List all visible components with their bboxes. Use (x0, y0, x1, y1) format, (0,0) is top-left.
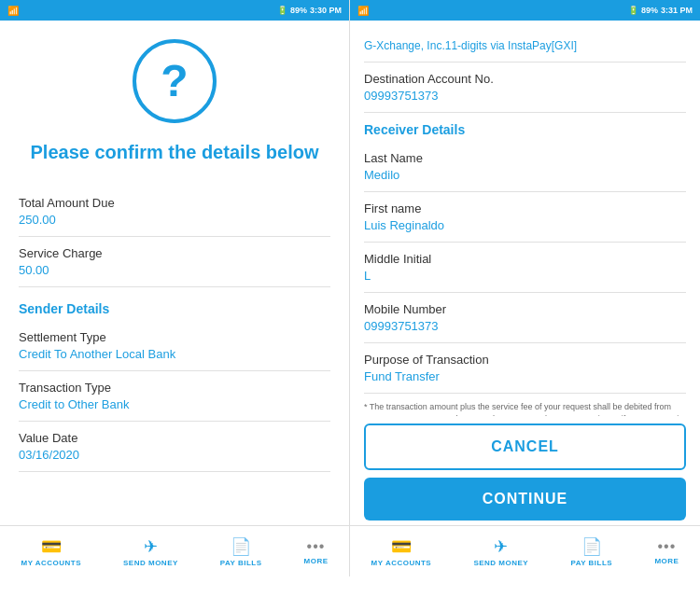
settlement-type-value: Credit To Another Local Bank (19, 347, 330, 361)
send-money-label-left: SEND MONEY (123, 559, 178, 567)
my-accounts-label-right: MY ACCOUNTS (371, 559, 432, 567)
right-screen: 📶 🔋 89% 3:31 PM G-Xchange, Inc.11-digits… (350, 0, 700, 576)
send-money-icon-left: ✈ (144, 536, 158, 557)
bottom-nav-right: 💳 MY ACCOUNTS ✈ SEND MONEY 📄 PAY BILLS •… (350, 525, 700, 576)
destination-account-row: Destination Account No. 09993751373 (364, 62, 686, 113)
status-right-right: 🔋 89% 3:31 PM (628, 6, 693, 15)
status-left-right: 📶 (357, 6, 369, 16)
question-mark-icon: ? (161, 59, 188, 104)
pay-bills-icon-right: 📄 (581, 536, 602, 557)
nav-send-money-left[interactable]: ✈ SEND MONEY (123, 536, 178, 567)
top-bank-text: G-Xchange, Inc.11-digits via InstaPay[GX… (364, 35, 686, 52)
battery-icon-right: 🔋 (628, 6, 638, 15)
middle-initial-value: L (364, 269, 686, 283)
time-right: 3:31 PM (661, 6, 693, 15)
purpose-row: Purpose of Transaction Fund Transfer (364, 343, 686, 394)
pay-bills-label-left: PAY BILLS (220, 559, 262, 567)
nav-more-right[interactable]: ••• MORE (654, 538, 679, 565)
service-charge-row: Service Charge 50.00 (19, 237, 330, 287)
status-bar-left: 📶 🔋 89% 3:30 PM (0, 0, 349, 21)
mobile-number-row: Mobile Number 09993751373 (364, 293, 686, 343)
last-name-label: Last Name (364, 151, 686, 165)
nav-pay-bills-right[interactable]: 📄 PAY BILLS (570, 536, 612, 567)
nav-items-right: 💳 MY ACCOUNTS ✈ SEND MONEY 📄 PAY BILLS •… (350, 526, 700, 576)
destination-value: 09993751373 (364, 89, 686, 103)
nav-pay-bills-left[interactable]: 📄 PAY BILLS (220, 536, 262, 567)
first-name-row: First name Luis Reginaldo (364, 192, 686, 243)
middle-initial-row: Middle Initial L (364, 243, 686, 293)
battery-icon: 🔋 (277, 6, 287, 15)
mobile-number-value: 09993751373 (364, 319, 686, 333)
total-amount-label: Total Amount Due (19, 196, 330, 210)
total-amount-row: Total Amount Due 250.00 (19, 187, 330, 237)
total-amount-value: 250.00 (19, 213, 330, 227)
value-date-row: Value Date 03/16/2020 (19, 422, 330, 472)
signal-icon: 📶 (7, 6, 19, 16)
nav-send-money-right[interactable]: ✈ SEND MONEY (473, 536, 528, 567)
top-bank-row: G-Xchange, Inc.11-digits via InstaPay[GX… (364, 25, 686, 62)
transaction-type-row: Transaction Type Credit to Other Bank (19, 371, 330, 422)
nav-my-accounts-left[interactable]: 💳 MY ACCOUNTS (21, 536, 81, 567)
question-circle: ? (133, 39, 217, 123)
purpose-label: Purpose of Transaction (364, 353, 686, 367)
value-date-value: 03/16/2020 (19, 448, 330, 462)
status-right-info: 🔋 89% 3:30 PM (277, 6, 342, 15)
signal-icon-right: 📶 (357, 6, 369, 16)
value-date-label: Value Date (19, 431, 330, 445)
receiver-section-header: Receiver Details (364, 113, 686, 142)
settlement-type-label: Settlement Type (19, 330, 330, 344)
settlement-type-row: Settlement Type Credit To Another Local … (19, 321, 330, 371)
more-icon-left: ••• (307, 538, 326, 555)
my-accounts-icon-left: 💳 (41, 536, 62, 557)
first-name-value: Luis Reginaldo (364, 218, 686, 232)
service-charge-value: 50.00 (19, 263, 330, 277)
send-money-label-right: SEND MONEY (473, 559, 528, 567)
bottom-nav-left: 💳 MY ACCOUNTS ✈ SEND MONEY 📄 PAY BILLS •… (0, 525, 349, 576)
more-icon-right: ••• (657, 538, 676, 555)
middle-initial-label: Middle Initial (364, 252, 686, 266)
time-left: 3:30 PM (310, 6, 342, 15)
transaction-type-value: Credit to Other Bank (19, 397, 330, 411)
my-accounts-label-left: MY ACCOUNTS (21, 559, 81, 567)
service-charge-label: Service Charge (19, 246, 330, 260)
destination-label: Destination Account No. (364, 72, 686, 86)
buttons-area: CANCEL CONTINUE (350, 416, 700, 525)
status-left-icons: 📶 (7, 6, 19, 16)
transaction-type-label: Transaction Type (19, 381, 330, 395)
disclaimer-text: * The transaction amount plus the servic… (364, 394, 686, 416)
last-name-row: Last Name Medilo (364, 142, 686, 192)
right-content-area: G-Xchange, Inc.11-digits via InstaPay[GX… (350, 21, 700, 416)
mobile-number-label: Mobile Number (364, 302, 686, 316)
more-label-right: MORE (654, 557, 679, 565)
continue-button[interactable]: CONTINUE (364, 478, 686, 521)
more-label-left: MORE (304, 557, 329, 565)
status-bar-right: 📶 🔋 89% 3:31 PM (350, 0, 700, 21)
cancel-button[interactable]: CANCEL (364, 423, 686, 470)
last-name-value: Medilo (364, 168, 686, 182)
left-content-area: ? Please confirm the details below Total… (0, 21, 349, 525)
nav-my-accounts-right[interactable]: 💳 MY ACCOUNTS (371, 536, 432, 567)
nav-items-left: 💳 MY ACCOUNTS ✈ SEND MONEY 📄 PAY BILLS •… (0, 526, 349, 576)
nav-more-left[interactable]: ••• MORE (304, 538, 329, 565)
send-money-icon-right: ✈ (494, 536, 508, 557)
sender-section-header: Sender Details (19, 292, 330, 321)
battery-percent-left: 89% (290, 6, 307, 15)
purpose-value: Fund Transfer (364, 369, 686, 383)
battery-percent-right: 89% (641, 6, 658, 15)
first-name-label: First name (364, 201, 686, 215)
pay-bills-label-right: PAY BILLS (570, 559, 612, 567)
pay-bills-icon-left: 📄 (231, 536, 251, 557)
confirm-title: Please confirm the details below (31, 142, 319, 163)
my-accounts-icon-right: 💳 (391, 536, 412, 557)
